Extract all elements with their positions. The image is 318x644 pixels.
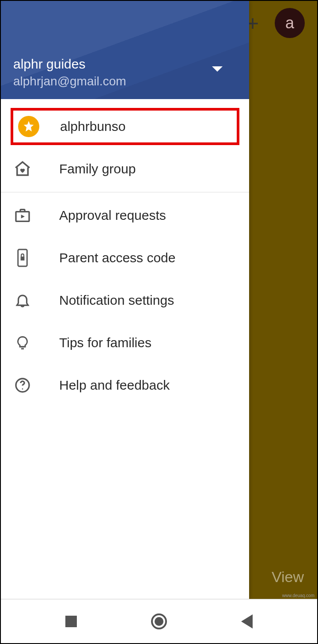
svg-point-4: [22, 388, 23, 390]
back-button[interactable]: [237, 612, 257, 631]
drawer-item-family-group[interactable]: Family group: [1, 148, 249, 190]
drawer-item-parent-access-code[interactable]: Parent access code: [1, 237, 249, 279]
home-button[interactable]: [149, 612, 169, 631]
drawer-item-label: Help and feedback: [59, 378, 170, 393]
star-badge-icon: [17, 116, 41, 137]
bell-icon: [11, 291, 34, 310]
drawer-item-child-profile[interactable]: alphrbunso: [11, 108, 239, 145]
account-name: alphr guides: [13, 57, 237, 72]
account-email: alphrjan@gmail.com: [13, 74, 237, 88]
recent-apps-button[interactable]: [61, 612, 81, 631]
help-circle-icon: [11, 376, 34, 394]
drawer-item-label: Parent access code: [59, 250, 175, 265]
view-button[interactable]: View: [272, 568, 304, 586]
watermark: www.deuaq.com: [282, 593, 314, 598]
divider: [1, 192, 249, 192]
briefcase-play-icon: [11, 207, 34, 224]
svg-rect-2: [21, 257, 25, 261]
drawer-item-label: Tips for families: [59, 335, 151, 350]
system-navbar: [1, 599, 317, 643]
lightbulb-icon: [11, 334, 34, 352]
drawer-item-label: Notification settings: [59, 293, 174, 308]
chevron-down-icon[interactable]: [212, 66, 223, 72]
drawer-item-label: Family group: [59, 161, 136, 176]
drawer-item-label: alphrbunso: [60, 119, 125, 134]
profile-avatar[interactable]: a: [275, 8, 305, 38]
drawer-header[interactable]: alphr guides alphrjan@gmail.com: [1, 1, 249, 99]
phone-lock-icon: [11, 248, 34, 268]
account-switcher[interactable]: alphr guides alphrjan@gmail.com: [13, 57, 237, 88]
navigation-drawer: alphr guides alphrjan@gmail.com alphrbun…: [1, 1, 249, 599]
drawer-item-label: Approval requests: [59, 208, 166, 223]
drawer-items: alphrbunso Family group Approval request…: [1, 99, 249, 599]
drawer-item-notification-settings[interactable]: Notification settings: [1, 279, 249, 322]
drawer-item-approval-requests[interactable]: Approval requests: [1, 194, 249, 237]
drawer-item-help-feedback[interactable]: Help and feedback: [1, 364, 249, 406]
home-heart-icon: [11, 160, 34, 178]
drawer-item-tips-for-families[interactable]: Tips for families: [1, 322, 249, 364]
